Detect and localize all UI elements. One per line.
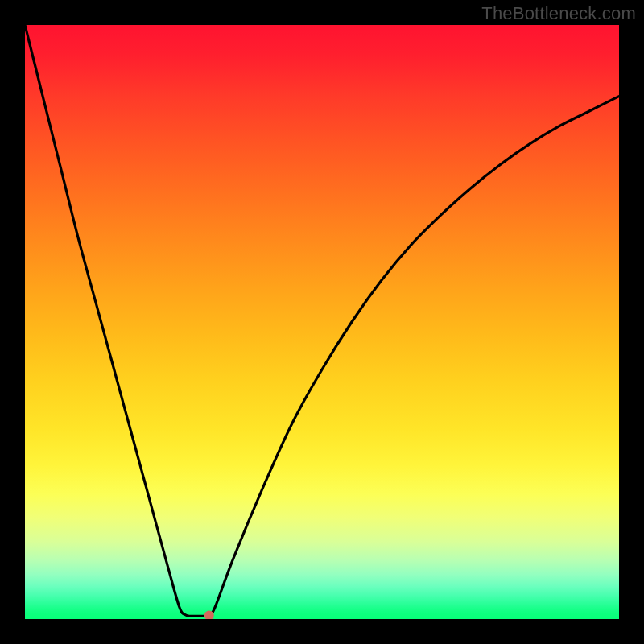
bottleneck-curve — [25, 25, 619, 617]
watermark-text: TheBottleneck.com — [481, 3, 636, 24]
chart-frame: TheBottleneck.com — [0, 0, 644, 644]
chart-svg — [25, 25, 619, 619]
plot-area — [25, 25, 619, 619]
